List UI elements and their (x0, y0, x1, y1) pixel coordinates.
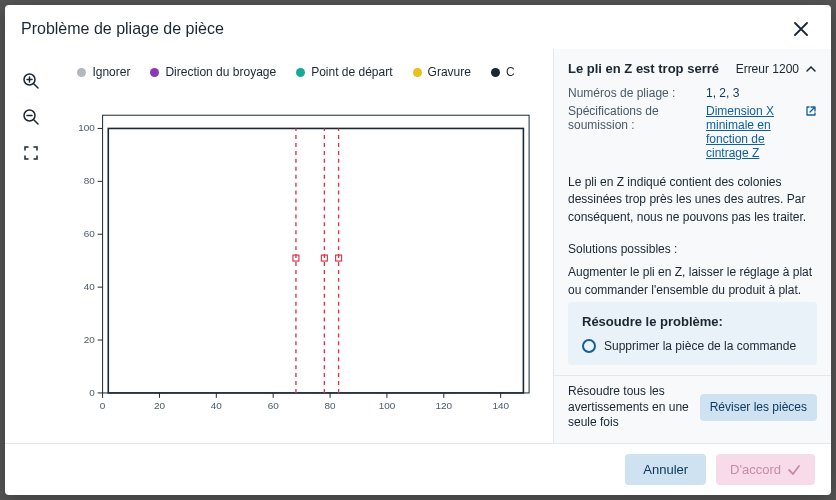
external-link-icon (805, 105, 817, 117)
specs-link[interactable]: Dimension X minimale en fonction de cint… (706, 104, 799, 160)
close-icon (794, 22, 808, 36)
error-body: Numéros de pliage : 1, 2, 3 Spécificatio… (554, 86, 831, 302)
legend-item: Gravure (413, 65, 471, 79)
svg-text:80: 80 (325, 400, 337, 411)
error-title: Le pli en Z est trop serré (568, 61, 719, 76)
svg-text:100: 100 (78, 122, 95, 133)
modal-header: Problème de pliage de pièce (5, 5, 831, 49)
specs-label: Spécifications de soumission : (568, 104, 696, 160)
radio-icon (582, 339, 596, 353)
ok-button[interactable]: D'accord (716, 454, 815, 485)
cancel-button[interactable]: Annuler (625, 454, 706, 485)
svg-rect-31 (108, 128, 523, 392)
zoom-out-button[interactable] (19, 105, 43, 129)
svg-text:20: 20 (154, 400, 166, 411)
error-panel-header[interactable]: Le pli en Z est trop serré Erreur 1200 (554, 49, 831, 86)
svg-text:20: 20 (84, 334, 96, 345)
legend-item: Direction du broyage (150, 65, 276, 79)
legend-dot-icon (491, 68, 500, 77)
solutions-text: Augmenter le pli en Z, laisser le réglag… (568, 264, 817, 299)
zoom-out-icon (22, 108, 40, 126)
resolve-option-radio[interactable]: Supprimer la pièce de la commande (582, 339, 803, 353)
legend-item: Ignorer (77, 65, 130, 79)
svg-text:120: 120 (436, 400, 453, 411)
svg-text:0: 0 (89, 387, 95, 398)
svg-text:40: 40 (211, 400, 223, 411)
chart-area: IgnorerDirection du broyagePoint de dépa… (47, 49, 553, 443)
legend-label: C (506, 65, 515, 79)
ok-button-label: D'accord (730, 462, 781, 477)
solutions-label: Solutions possibles : (568, 242, 817, 256)
fullscreen-icon (23, 145, 39, 161)
modal-footer: Annuler D'accord (5, 443, 831, 495)
modal: Problème de pliage de pièce IgnorerDirec… (5, 5, 831, 495)
svg-text:80: 80 (84, 175, 96, 186)
zoom-in-icon (22, 72, 40, 90)
svg-text:100: 100 (379, 400, 396, 411)
legend-dot-icon (77, 68, 86, 77)
resolve-box: Résoudre le problème: Supprimer la pièce… (568, 302, 817, 365)
legend-label: Ignorer (92, 65, 130, 79)
legend-item: Point de départ (296, 65, 392, 79)
modal-title: Problème de pliage de pièce (21, 20, 224, 38)
error-description: Le pli en Z indiqué contient des colonie… (568, 174, 817, 226)
error-panel: Le pli en Z est trop serré Erreur 1200 N… (553, 49, 831, 443)
legend-dot-icon (150, 68, 159, 77)
error-code-wrap: Erreur 1200 (736, 62, 817, 76)
fold-numbers-value: 1, 2, 3 (706, 86, 739, 100)
resolve-all-row: Résoudre tous les avertissements en une … (554, 375, 831, 443)
fold-numbers-label: Numéros de pliage : (568, 86, 696, 100)
resolve-all-text: Résoudre tous les avertissements en une … (568, 384, 700, 431)
svg-text:140: 140 (492, 400, 509, 411)
error-code: Erreur 1200 (736, 62, 799, 76)
svg-text:40: 40 (84, 281, 96, 292)
zoom-in-button[interactable] (19, 69, 43, 93)
chart-legend: IgnorerDirection du broyagePoint de dépa… (53, 65, 539, 79)
resolve-option-label: Supprimer la pièce de la commande (604, 339, 796, 353)
resolve-title: Résoudre le problème: (582, 314, 803, 329)
svg-rect-2 (103, 115, 529, 393)
legend-dot-icon (296, 68, 305, 77)
revise-pieces-button[interactable]: Réviser les pièces (700, 394, 817, 420)
check-icon (787, 463, 801, 477)
legend-label: Gravure (428, 65, 471, 79)
legend-dot-icon (413, 68, 422, 77)
svg-text:60: 60 (268, 400, 280, 411)
legend-label: Point de départ (311, 65, 392, 79)
svg-text:0: 0 (100, 400, 106, 411)
modal-body: IgnorerDirection du broyagePoint de dépa… (5, 49, 831, 443)
svg-text:60: 60 (84, 228, 96, 239)
chevron-up-icon (805, 63, 817, 75)
toolbar (15, 49, 47, 443)
chart-svg[interactable]: 020406080100020406080100120140 (53, 85, 539, 443)
legend-label: Direction du broyage (165, 65, 276, 79)
fullscreen-button[interactable] (19, 141, 43, 165)
legend-item: C (491, 65, 515, 79)
chart-wrap: 020406080100020406080100120140 (53, 85, 539, 443)
close-button[interactable] (787, 15, 815, 43)
